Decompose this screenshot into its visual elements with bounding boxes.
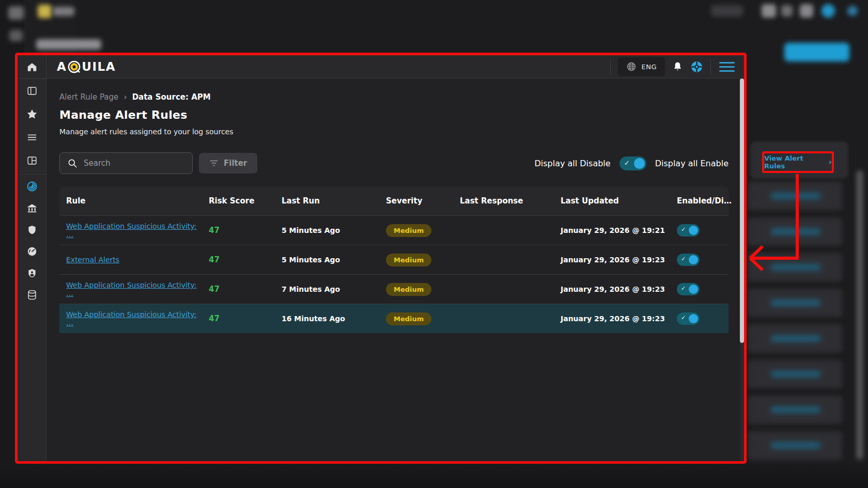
rule-enabled-toggle[interactable]: ✓ <box>677 312 700 325</box>
background-primary-button-blob[interactable] <box>784 43 849 61</box>
column-header-rule: Rule <box>59 196 202 206</box>
sidebar-item-list[interactable] <box>18 125 46 149</box>
list-item[interactable] <box>748 253 842 281</box>
rule-link[interactable]: Web Application Suspicious Activity: … <box>66 222 196 239</box>
filter-button[interactable]: Filter <box>199 153 257 174</box>
column-header-last-run: Last Run <box>275 196 379 206</box>
rule-enabled-toggle[interactable]: ✓ <box>677 283 700 295</box>
logo-text-suffix: UILA <box>82 60 116 73</box>
display-all-toggle[interactable]: ✓ <box>619 156 646 170</box>
main-content: Alert Rule Page › Data Source: APM Manag… <box>47 78 740 461</box>
sidebar-item-home[interactable] <box>18 55 46 79</box>
gauge-icon <box>26 246 38 257</box>
column-header-risk-score: Risk Score <box>202 196 275 206</box>
scrollbar-thumb[interactable] <box>740 78 744 343</box>
logo-text-prefix: A <box>57 60 67 73</box>
table-row[interactable]: Web Application Suspicious Activity: … 4… <box>59 215 729 245</box>
sidebar-item-favorites[interactable] <box>18 102 46 125</box>
help-wheel-icon <box>690 60 703 73</box>
divider <box>610 59 611 74</box>
list-item[interactable] <box>748 182 842 210</box>
last-updated-value: January 29, 2026 @ 19:23 <box>554 314 670 323</box>
rule-enabled-toggle[interactable]: ✓ <box>677 224 700 237</box>
table-row[interactable]: Web Application Suspicious Activity: … 4… <box>59 304 729 333</box>
sidebar-item-data-sources[interactable] <box>18 284 46 306</box>
search-input[interactable] <box>84 159 185 168</box>
view-alert-rules-button[interactable]: View Alert Rules <box>764 154 826 170</box>
background-logo-text-blob <box>53 7 74 16</box>
toggle-knob <box>689 285 698 294</box>
background-scrollbar-blob[interactable] <box>857 170 863 460</box>
list-item[interactable] <box>748 217 842 246</box>
user-shield-icon <box>27 267 37 279</box>
table-row[interactable]: External Alerts 47 5 Minutes Ago Medium … <box>59 245 729 274</box>
rule-link[interactable]: External Alerts <box>66 256 119 264</box>
risk-score-value: 47 <box>202 314 275 323</box>
list-item[interactable] <box>748 289 842 317</box>
menu-icon <box>719 62 735 64</box>
breadcrumb-parent[interactable]: Alert Rule Page <box>59 92 118 102</box>
last-updated-value: January 29, 2026 @ 19:23 <box>554 285 670 293</box>
panel-icon <box>26 85 38 97</box>
last-run-value: 5 Minutes Ago <box>275 256 379 264</box>
background-icon-blob <box>847 6 858 16</box>
rule-link[interactable]: Web Application Suspicious Activity: … <box>66 281 196 297</box>
page-subtitle: Manage alert rules assigned to your log … <box>59 128 234 136</box>
sidebar-item-performance[interactable] <box>18 241 46 262</box>
help-button[interactable] <box>690 60 703 73</box>
menu-lines-icon <box>26 132 38 143</box>
table-body: Web Application Suspicious Activity: … 4… <box>59 215 729 333</box>
background-icon-blob <box>9 30 23 41</box>
table-row[interactable]: Web Application Suspicious Activity: … 4… <box>59 274 729 304</box>
display-all-disable-label: Display all Disable <box>534 159 610 168</box>
list-item[interactable] <box>748 431 842 460</box>
column-header-enabled: Enabled/Di… <box>670 196 729 206</box>
filter-icon <box>209 159 219 167</box>
toggle-knob <box>689 255 698 264</box>
check-icon: ✓ <box>624 159 630 167</box>
breadcrumb-current: Data Source: APM <box>132 92 211 102</box>
sidebar-item-institution[interactable] <box>18 197 46 219</box>
globe-icon <box>626 61 637 72</box>
risk-score-value: 47 <box>202 226 275 235</box>
background-icon-blob <box>8 6 24 20</box>
language-label: ENG <box>641 63 657 71</box>
aquila-logo: A UILA <box>57 60 116 74</box>
search-icon <box>67 158 78 168</box>
list-item[interactable] <box>748 396 842 424</box>
database-icon <box>26 289 38 301</box>
menu-button[interactable] <box>718 60 736 74</box>
home-icon <box>26 61 38 73</box>
window-scrollbar[interactable] <box>740 55 744 461</box>
annotation-callout-rect: View Alert Rules › <box>762 151 834 173</box>
alert-rules-table: Rule Risk Score Last Run Severity Last R… <box>59 186 729 333</box>
search-box[interactable] <box>59 152 193 174</box>
sidebar-item-user-security[interactable] <box>18 262 46 284</box>
toggle-knob <box>689 314 698 323</box>
rule-enabled-toggle[interactable]: ✓ <box>677 254 700 266</box>
background-icon-blob <box>762 4 776 18</box>
list-item[interactable] <box>748 360 842 388</box>
last-updated-value: January 29, 2026 @ 19:21 <box>554 226 670 234</box>
sidebar-item-security[interactable] <box>18 219 46 241</box>
language-selector[interactable]: ENG <box>618 57 665 76</box>
background-logo-blob <box>38 5 52 18</box>
sidebar-item-panel[interactable] <box>18 79 46 102</box>
check-icon: ✓ <box>681 314 686 321</box>
last-run-value: 5 Minutes Ago <box>275 226 379 234</box>
sidebar-item-alert-rules-active[interactable] <box>18 176 46 197</box>
notifications-button[interactable] <box>672 61 683 72</box>
risk-score-value: 47 <box>202 255 275 264</box>
list-item[interactable] <box>748 324 842 353</box>
column-header-severity: Severity <box>379 196 453 206</box>
divider <box>710 59 711 74</box>
last-run-value: 16 Minutes Ago <box>275 314 379 323</box>
severity-badge: Medium <box>386 312 431 325</box>
column-header-last-response: Last Response <box>453 196 554 206</box>
check-icon: ✓ <box>681 226 686 233</box>
rule-link[interactable]: Web Application Suspicious Activity: … <box>66 310 196 327</box>
bell-icon <box>672 61 683 72</box>
check-icon: ✓ <box>681 285 686 292</box>
app-top-bar: A UILA ENG <box>47 55 744 78</box>
sidebar-item-dashboard[interactable] <box>18 149 46 172</box>
